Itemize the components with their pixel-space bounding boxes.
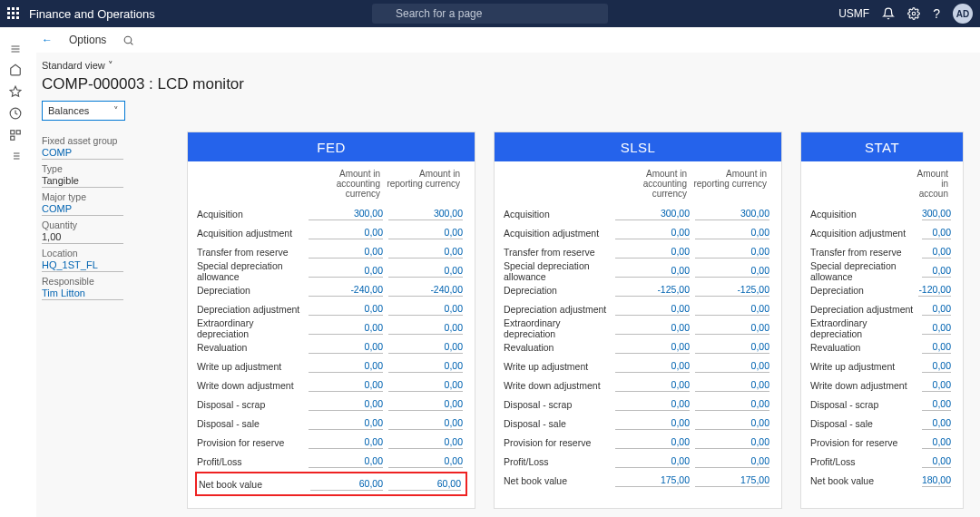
entity-label[interactable]: USMF <box>838 7 869 20</box>
amount-reporting[interactable]: 0,00 <box>695 455 769 468</box>
amount-reporting[interactable]: 0,00 <box>388 303 463 316</box>
amount-accounting[interactable]: -120,00 <box>918 284 951 297</box>
amount-accounting[interactable]: 0,00 <box>615 246 690 258</box>
amount-accounting[interactable]: 0,00 <box>309 227 383 239</box>
amount-accounting[interactable]: 0,00 <box>309 455 383 468</box>
amount-accounting[interactable]: 0,00 <box>615 379 690 392</box>
amount-accounting[interactable]: 0,00 <box>615 322 690 335</box>
amount-reporting[interactable]: -240,00 <box>388 284 463 297</box>
amount-accounting[interactable]: 300,00 <box>615 208 690 220</box>
row-label: Extraordinary depreciation <box>504 317 612 339</box>
amount-accounting[interactable]: 0,00 <box>922 436 951 449</box>
amount-accounting[interactable]: 0,00 <box>922 341 951 354</box>
field-fixed-asset-group[interactable]: COMP <box>42 146 123 160</box>
amount-reporting[interactable]: 60,00 <box>388 478 461 491</box>
amount-reporting[interactable]: 0,00 <box>695 227 769 239</box>
amount-accounting[interactable]: 0,00 <box>922 417 951 430</box>
amount-accounting[interactable]: 0,00 <box>309 265 383 278</box>
amount-accounting[interactable]: 0,00 <box>922 303 951 316</box>
amount-accounting[interactable]: 0,00 <box>922 265 951 278</box>
amount-reporting[interactable]: 300,00 <box>695 208 769 220</box>
amount-reporting[interactable]: 0,00 <box>388 341 463 354</box>
amount-accounting[interactable]: 0,00 <box>309 436 383 449</box>
amount-accounting[interactable]: -125,00 <box>615 284 690 297</box>
amount-accounting[interactable]: 300,00 <box>309 208 383 220</box>
amount-accounting[interactable]: 300,00 <box>922 208 951 220</box>
amount-reporting[interactable]: 0,00 <box>388 417 463 430</box>
amount-reporting[interactable]: 0,00 <box>388 265 463 278</box>
amount-accounting[interactable]: 0,00 <box>615 303 690 316</box>
amount-reporting[interactable]: 0,00 <box>388 398 463 411</box>
amount-reporting[interactable]: 0,00 <box>695 360 769 373</box>
amount-reporting[interactable]: 0,00 <box>388 379 463 392</box>
amount-reporting[interactable]: 0,00 <box>388 436 463 449</box>
field-location[interactable]: HQ_1ST_FL <box>42 258 123 272</box>
amount-accounting[interactable]: 0,00 <box>615 341 690 354</box>
gear-icon[interactable] <box>907 7 920 20</box>
amount-reporting[interactable]: 0,00 <box>695 246 769 258</box>
amount-accounting[interactable]: 0,00 <box>615 417 690 430</box>
amount-accounting[interactable]: 0,00 <box>615 455 690 468</box>
amount-reporting[interactable]: 0,00 <box>695 398 769 411</box>
app-launcher-icon[interactable] <box>7 7 20 20</box>
amount-reporting[interactable]: 0,00 <box>695 417 769 430</box>
options-menu[interactable]: Options <box>69 34 106 46</box>
field-major-type[interactable]: COMP <box>42 202 123 216</box>
amount-accounting[interactable]: 0,00 <box>309 303 383 316</box>
back-button[interactable]: ← <box>42 34 53 46</box>
amount-accounting[interactable]: 0,00 <box>922 227 951 239</box>
amount-accounting[interactable]: 0,00 <box>615 360 690 373</box>
amount-accounting[interactable]: 0,00 <box>309 322 383 335</box>
amount-accounting[interactable]: 0,00 <box>922 360 951 373</box>
search-input[interactable] <box>372 4 608 24</box>
amount-reporting[interactable]: 0,00 <box>695 303 769 316</box>
amount-reporting[interactable]: 0,00 <box>695 341 769 354</box>
book-card-fed: FED Amount in accounting currencyAmount … <box>187 132 475 509</box>
amount-accounting[interactable]: 0,00 <box>922 398 951 411</box>
search-icon[interactable] <box>122 34 134 46</box>
bell-icon[interactable] <box>882 7 895 20</box>
module-icon[interactable] <box>0 129 31 141</box>
star-icon[interactable] <box>0 85 31 98</box>
amount-accounting[interactable]: 0,00 <box>922 322 951 335</box>
amount-accounting[interactable]: 60,00 <box>310 478 383 491</box>
amount-accounting[interactable]: 0,00 <box>309 341 383 354</box>
amount-reporting[interactable]: 0,00 <box>388 455 463 468</box>
view-selector[interactable]: Standard view ˅ <box>42 60 975 72</box>
amount-accounting[interactable]: 180,00 <box>922 474 951 487</box>
field-responsible[interactable]: Tim Litton <box>42 287 123 300</box>
row-label: Acquisition adjustment <box>197 228 306 239</box>
amount-reporting[interactable]: 0,00 <box>695 265 769 278</box>
amount-reporting[interactable]: 300,00 <box>388 208 463 220</box>
amount-accounting[interactable]: 0,00 <box>615 398 690 411</box>
amount-accounting[interactable]: -240,00 <box>309 284 383 297</box>
amount-accounting[interactable]: 0,00 <box>309 398 383 411</box>
amount-accounting[interactable]: 0,00 <box>922 455 951 468</box>
avatar[interactable]: AD <box>953 4 973 24</box>
amount-reporting[interactable]: 0,00 <box>695 322 769 335</box>
amount-accounting[interactable]: 0,00 <box>615 227 690 239</box>
amount-reporting[interactable]: 0,00 <box>695 436 769 449</box>
home-icon[interactable] <box>0 63 31 76</box>
amount-reporting[interactable]: 0,00 <box>388 360 463 373</box>
amount-reporting[interactable]: 175,00 <box>695 474 769 487</box>
amount-accounting[interactable]: 0,00 <box>309 379 383 392</box>
amount-reporting[interactable]: 0,00 <box>695 379 769 392</box>
amount-accounting[interactable]: 0,00 <box>309 417 383 430</box>
list-icon[interactable] <box>0 151 31 161</box>
amount-accounting[interactable]: 0,00 <box>615 265 690 278</box>
balances-dropdown[interactable]: Balances ˅ <box>42 101 125 121</box>
amount-accounting[interactable]: 0,00 <box>309 246 383 258</box>
amount-reporting[interactable]: -125,00 <box>695 284 769 297</box>
amount-accounting[interactable]: 0,00 <box>309 360 383 373</box>
help-icon[interactable]: ? <box>933 6 940 21</box>
hamburger-icon[interactable] <box>0 44 31 54</box>
amount-reporting[interactable]: 0,00 <box>388 246 463 258</box>
amount-reporting[interactable]: 0,00 <box>388 227 463 239</box>
clock-icon[interactable] <box>0 107 31 120</box>
amount-accounting[interactable]: 0,00 <box>922 379 951 392</box>
amount-accounting[interactable]: 0,00 <box>922 246 951 258</box>
amount-accounting[interactable]: 175,00 <box>615 474 690 487</box>
amount-accounting[interactable]: 0,00 <box>615 436 690 449</box>
amount-reporting[interactable]: 0,00 <box>388 322 463 335</box>
